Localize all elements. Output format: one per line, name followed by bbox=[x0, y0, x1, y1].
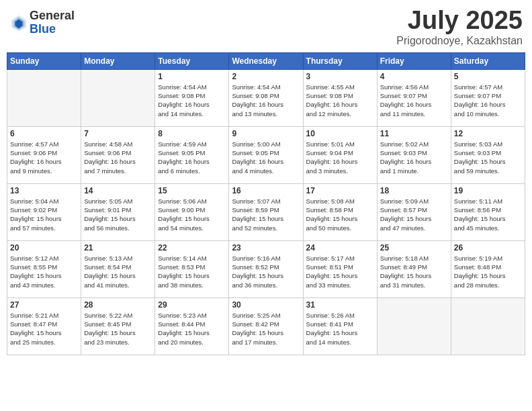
day-info: Sunrise: 4:59 AM Sunset: 9:05 PM Dayligh… bbox=[158, 140, 226, 175]
day-info: Sunrise: 5:14 AM Sunset: 8:53 PM Dayligh… bbox=[158, 254, 226, 289]
day-info: Sunrise: 4:54 AM Sunset: 9:08 PM Dayligh… bbox=[232, 83, 300, 118]
day-info: Sunrise: 5:06 AM Sunset: 9:00 PM Dayligh… bbox=[158, 197, 226, 232]
day-number: 28 bbox=[84, 300, 152, 310]
day-info: Sunrise: 5:13 AM Sunset: 8:54 PM Dayligh… bbox=[84, 254, 152, 289]
calendar-cell: 29Sunrise: 5:23 AM Sunset: 8:44 PM Dayli… bbox=[155, 298, 229, 355]
calendar-cell: 31Sunrise: 5:26 AM Sunset: 8:41 PM Dayli… bbox=[303, 298, 377, 355]
calendar-cell bbox=[377, 298, 451, 355]
day-info: Sunrise: 4:56 AM Sunset: 9:07 PM Dayligh… bbox=[380, 83, 448, 118]
day-info: Sunrise: 5:05 AM Sunset: 9:01 PM Dayligh… bbox=[84, 197, 152, 232]
day-number: 7 bbox=[84, 129, 152, 138]
day-number: 9 bbox=[232, 129, 300, 138]
day-info: Sunrise: 5:17 AM Sunset: 8:51 PM Dayligh… bbox=[306, 254, 374, 289]
day-number: 22 bbox=[158, 243, 226, 253]
day-info: Sunrise: 4:58 AM Sunset: 9:06 PM Dayligh… bbox=[84, 140, 152, 175]
calendar-cell: 30Sunrise: 5:25 AM Sunset: 8:42 PM Dayli… bbox=[229, 298, 303, 355]
day-number: 12 bbox=[454, 129, 522, 138]
day-number: 4 bbox=[380, 72, 448, 81]
weekday-header-row: SundayMondayTuesdayWednesdayThursdayFrid… bbox=[7, 52, 525, 69]
calendar-cell: 22Sunrise: 5:14 AM Sunset: 8:53 PM Dayli… bbox=[155, 240, 229, 298]
logo-blue-text: Blue bbox=[30, 23, 75, 36]
calendar-cell: 21Sunrise: 5:13 AM Sunset: 8:54 PM Dayli… bbox=[81, 240, 155, 298]
calendar-cell: 4Sunrise: 4:56 AM Sunset: 9:07 PM Daylig… bbox=[377, 69, 451, 126]
calendar-cell: 19Sunrise: 5:11 AM Sunset: 8:56 PM Dayli… bbox=[451, 183, 525, 240]
calendar-cell bbox=[451, 298, 525, 355]
week-row-3: 13Sunrise: 5:04 AM Sunset: 9:02 PM Dayli… bbox=[7, 183, 525, 240]
day-number: 6 bbox=[10, 129, 78, 138]
calendar-cell: 28Sunrise: 5:22 AM Sunset: 8:45 PM Dayli… bbox=[81, 298, 155, 355]
day-info: Sunrise: 5:01 AM Sunset: 9:04 PM Dayligh… bbox=[306, 140, 374, 175]
day-info: Sunrise: 5:11 AM Sunset: 8:56 PM Dayligh… bbox=[454, 197, 522, 232]
weekday-header-tuesday: Tuesday bbox=[155, 52, 229, 69]
day-number: 31 bbox=[306, 300, 374, 310]
day-number: 10 bbox=[306, 129, 374, 138]
calendar-cell: 8Sunrise: 4:59 AM Sunset: 9:05 PM Daylig… bbox=[155, 126, 229, 183]
week-row-5: 27Sunrise: 5:21 AM Sunset: 8:47 PM Dayli… bbox=[7, 298, 525, 355]
calendar-cell: 25Sunrise: 5:18 AM Sunset: 8:49 PM Dayli… bbox=[377, 240, 451, 298]
weekday-header-thursday: Thursday bbox=[303, 52, 377, 69]
calendar-cell: 14Sunrise: 5:05 AM Sunset: 9:01 PM Dayli… bbox=[81, 183, 155, 240]
day-info: Sunrise: 5:18 AM Sunset: 8:49 PM Dayligh… bbox=[380, 254, 448, 289]
calendar-cell: 10Sunrise: 5:01 AM Sunset: 9:04 PM Dayli… bbox=[303, 126, 377, 183]
day-info: Sunrise: 5:02 AM Sunset: 9:03 PM Dayligh… bbox=[380, 140, 448, 175]
day-number: 30 bbox=[232, 300, 300, 310]
day-number: 26 bbox=[454, 243, 522, 253]
calendar-cell: 12Sunrise: 5:03 AM Sunset: 9:03 PM Dayli… bbox=[451, 126, 525, 183]
week-row-1: 1Sunrise: 4:54 AM Sunset: 9:08 PM Daylig… bbox=[7, 69, 525, 126]
calendar-cell: 2Sunrise: 4:54 AM Sunset: 9:08 PM Daylig… bbox=[229, 69, 303, 126]
title-block: July 2025 Prigorodnoye, Kazakhstan bbox=[396, 7, 523, 47]
calendar-cell: 11Sunrise: 5:02 AM Sunset: 9:03 PM Dayli… bbox=[377, 126, 451, 183]
logo-text: General Blue bbox=[30, 9, 75, 36]
day-info: Sunrise: 5:19 AM Sunset: 8:48 PM Dayligh… bbox=[454, 254, 522, 289]
day-number: 20 bbox=[10, 243, 78, 253]
calendar-cell: 27Sunrise: 5:21 AM Sunset: 8:47 PM Dayli… bbox=[7, 298, 81, 355]
logo-icon bbox=[9, 13, 28, 32]
week-row-2: 6Sunrise: 4:57 AM Sunset: 9:06 PM Daylig… bbox=[7, 126, 525, 183]
day-info: Sunrise: 5:09 AM Sunset: 8:57 PM Dayligh… bbox=[380, 197, 448, 232]
day-info: Sunrise: 5:12 AM Sunset: 8:55 PM Dayligh… bbox=[10, 254, 78, 289]
calendar-cell: 3Sunrise: 4:55 AM Sunset: 9:08 PM Daylig… bbox=[303, 69, 377, 126]
weekday-header-sunday: Sunday bbox=[7, 52, 81, 69]
week-row-4: 20Sunrise: 5:12 AM Sunset: 8:55 PM Dayli… bbox=[7, 240, 525, 298]
day-number: 21 bbox=[84, 243, 152, 253]
month-year-title: July 2025 bbox=[396, 7, 523, 35]
day-info: Sunrise: 4:57 AM Sunset: 9:06 PM Dayligh… bbox=[10, 140, 78, 175]
day-info: Sunrise: 5:04 AM Sunset: 9:02 PM Dayligh… bbox=[10, 197, 78, 232]
day-number: 24 bbox=[306, 243, 374, 253]
day-number: 3 bbox=[306, 72, 374, 81]
day-info: Sunrise: 5:25 AM Sunset: 8:42 PM Dayligh… bbox=[232, 311, 300, 347]
calendar-cell: 1Sunrise: 4:54 AM Sunset: 9:08 PM Daylig… bbox=[155, 69, 229, 126]
day-info: Sunrise: 5:00 AM Sunset: 9:05 PM Dayligh… bbox=[232, 140, 300, 175]
day-number: 25 bbox=[380, 243, 448, 253]
day-number: 29 bbox=[158, 300, 226, 310]
page-header: General Blue July 2025 Prigorodnoye, Kaz… bbox=[7, 7, 525, 47]
day-info: Sunrise: 5:21 AM Sunset: 8:47 PM Dayligh… bbox=[10, 311, 78, 347]
logo-general-text: General bbox=[30, 9, 75, 23]
logo: General Blue bbox=[9, 9, 75, 36]
day-number: 8 bbox=[158, 129, 226, 138]
calendar-cell: 7Sunrise: 4:58 AM Sunset: 9:06 PM Daylig… bbox=[81, 126, 155, 183]
calendar-cell: 20Sunrise: 5:12 AM Sunset: 8:55 PM Dayli… bbox=[7, 240, 81, 298]
calendar-cell: 18Sunrise: 5:09 AM Sunset: 8:57 PM Dayli… bbox=[377, 183, 451, 240]
day-number: 1 bbox=[158, 72, 226, 81]
weekday-header-saturday: Saturday bbox=[451, 52, 525, 69]
day-info: Sunrise: 5:07 AM Sunset: 8:59 PM Dayligh… bbox=[232, 197, 300, 232]
day-info: Sunrise: 5:16 AM Sunset: 8:52 PM Dayligh… bbox=[232, 254, 300, 289]
calendar-cell: 17Sunrise: 5:08 AM Sunset: 8:58 PM Dayli… bbox=[303, 183, 377, 240]
weekday-header-wednesday: Wednesday bbox=[229, 52, 303, 69]
day-number: 13 bbox=[10, 186, 78, 195]
day-number: 27 bbox=[10, 300, 78, 310]
calendar-cell: 26Sunrise: 5:19 AM Sunset: 8:48 PM Dayli… bbox=[451, 240, 525, 298]
day-number: 18 bbox=[380, 186, 448, 195]
location-subtitle: Prigorodnoye, Kazakhstan bbox=[396, 35, 523, 47]
day-number: 5 bbox=[454, 72, 522, 81]
day-info: Sunrise: 5:08 AM Sunset: 8:58 PM Dayligh… bbox=[306, 197, 374, 232]
calendar-cell: 13Sunrise: 5:04 AM Sunset: 9:02 PM Dayli… bbox=[7, 183, 81, 240]
day-info: Sunrise: 5:23 AM Sunset: 8:44 PM Dayligh… bbox=[158, 311, 226, 347]
calendar-cell: 24Sunrise: 5:17 AM Sunset: 8:51 PM Dayli… bbox=[303, 240, 377, 298]
calendar-cell: 15Sunrise: 5:06 AM Sunset: 9:00 PM Dayli… bbox=[155, 183, 229, 240]
calendar-cell bbox=[81, 69, 155, 126]
calendar-cell: 23Sunrise: 5:16 AM Sunset: 8:52 PM Dayli… bbox=[229, 240, 303, 298]
day-number: 19 bbox=[454, 186, 522, 195]
weekday-header-friday: Friday bbox=[377, 52, 451, 69]
